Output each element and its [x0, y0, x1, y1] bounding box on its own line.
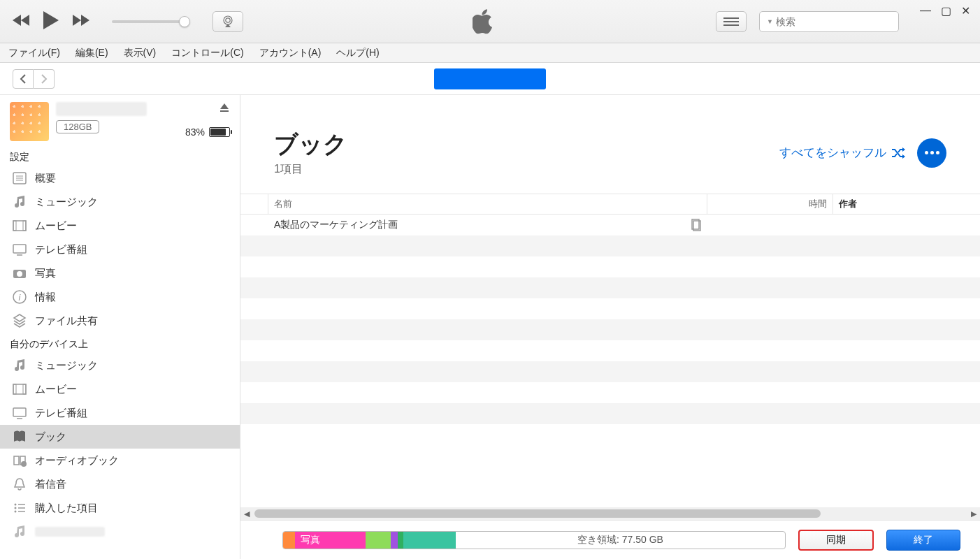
volume-knob[interactable] — [179, 16, 190, 27]
svg-text:i: i — [19, 292, 22, 303]
sidebar-item-info[interactable]: i情報 — [0, 285, 240, 309]
sidebar-item-label: 情報 — [35, 291, 56, 304]
sidebar-item-tv[interactable]: テレビ番組 — [0, 238, 240, 261]
chevron-down-icon: ▼ — [767, 18, 773, 25]
info-icon: i — [11, 289, 28, 305]
sidebar-item-device-tv[interactable]: テレビ番組 — [0, 401, 240, 425]
previous-icon[interactable] — [13, 14, 31, 29]
scrollbar-thumb[interactable] — [254, 509, 821, 518]
sidebar-item-filesharing[interactable]: ファイル共有 — [0, 309, 240, 333]
apple-logo — [250, 9, 716, 34]
menu-file[interactable]: ファイル(F) — [6, 45, 63, 61]
sidebar-item-label: ブック — [35, 430, 66, 444]
book-icon — [11, 428, 28, 445]
nav-bar — [0, 63, 980, 95]
sidebar-item-summary[interactable]: 概要 — [0, 166, 240, 190]
menu-edit[interactable]: 編集(E) — [73, 45, 111, 61]
sidebar-list[interactable]: 設定 概要 ミュージック ムービー テレビ番組 写真 i情報 ファイル共有 自分… — [0, 145, 240, 559]
sidebar-item-music[interactable]: ミュージック — [0, 190, 240, 214]
svg-point-14 — [17, 271, 22, 277]
sidebar-item-device-ringtones[interactable]: 着信音 — [0, 472, 240, 496]
play-icon[interactable] — [43, 11, 59, 31]
movie-icon — [11, 381, 28, 398]
sidebar: 128GB 83% 設定 概要 ミュージック ムービー テレビ番組 写真 i情報… — [0, 95, 240, 559]
device-tab[interactable] — [434, 68, 546, 89]
shuffle-all-link[interactable]: すべてをシャッフル — [779, 145, 906, 161]
sidebar-item-label: テレビ番組 — [35, 243, 87, 256]
document-icon — [685, 219, 707, 231]
sidebar-item-device-audiobooks[interactable]: オーディオブック — [0, 449, 240, 472]
minimize-icon[interactable]: — — [920, 4, 931, 17]
bell-icon — [11, 476, 28, 493]
table-row[interactable]: A製品のマーケティング計画 — [240, 215, 980, 235]
purchased-icon — [11, 500, 28, 516]
svg-rect-11 — [13, 245, 26, 253]
horizontal-scrollbar[interactable]: ◀ ▶ — [240, 507, 980, 520]
battery-percent-label: 83% — [185, 126, 205, 138]
close-icon[interactable]: ✕ — [961, 4, 970, 17]
svg-point-0 — [224, 16, 232, 24]
sidebar-item-label: テレビ番組 — [35, 407, 87, 420]
sidebar-item-movies[interactable]: ムービー — [0, 214, 240, 238]
storage-badge: 128GB — [56, 120, 99, 133]
maximize-icon[interactable]: ▢ — [941, 4, 951, 17]
search-input[interactable] — [776, 16, 898, 27]
menu-help[interactable]: ヘルプ(H) — [333, 45, 382, 61]
storage-free-label: 空き領域: 77.50 GB — [456, 532, 785, 549]
sidebar-item-label: 着信音 — [35, 478, 66, 491]
music-icon — [11, 194, 28, 210]
svg-point-25 — [15, 511, 17, 513]
sync-button[interactable]: 同期 — [798, 530, 874, 551]
search-box[interactable]: ▼ — [759, 11, 899, 32]
scroll-right-icon[interactable]: ▶ — [967, 509, 980, 518]
music-icon — [11, 523, 28, 540]
sidebar-item-device-books[interactable]: ブック — [0, 425, 240, 449]
shuffle-icon — [891, 147, 906, 159]
sidebar-section-settings: 設定 — [0, 145, 240, 166]
done-button[interactable]: 終了 — [886, 530, 960, 551]
menu-view[interactable]: 表示(V) — [121, 45, 159, 61]
svg-point-22 — [21, 461, 27, 467]
next-icon[interactable] — [71, 14, 89, 29]
battery-icon — [209, 127, 230, 137]
sidebar-item-label: ムービー — [35, 383, 77, 396]
forward-button[interactable] — [34, 69, 55, 89]
movie-icon — [11, 217, 28, 234]
content-header: ブック 1項目 すべてをシャッフル — [240, 95, 980, 194]
storage-seg-photos: 写真 — [295, 532, 366, 549]
menu-control[interactable]: コントロール(C) — [168, 45, 246, 61]
more-button[interactable] — [917, 138, 946, 168]
footer: 写真 空き領域: 77.50 GB 同期 終了 — [240, 520, 980, 559]
eject-button[interactable] — [219, 102, 230, 115]
svg-point-24 — [15, 507, 17, 509]
airplay-button[interactable] — [212, 11, 243, 32]
table-body: A製品のマーケティング計画 — [240, 215, 980, 507]
column-time[interactable]: 時間 — [707, 194, 833, 214]
back-button[interactable] — [13, 69, 34, 89]
column-name[interactable]: 名前 — [268, 194, 707, 214]
column-author[interactable]: 作者 — [833, 194, 980, 214]
sidebar-item-photos[interactable]: 写真 — [0, 261, 240, 285]
sidebar-item-device-movies[interactable]: ムービー — [0, 377, 240, 401]
sidebar-item-device-unknown[interactable] — [0, 520, 240, 544]
menu-account[interactable]: アカウント(A) — [257, 45, 324, 61]
sidebar-item-device-music[interactable]: ミュージック — [0, 354, 240, 377]
window-controls: — ▢ ✕ — [920, 0, 970, 17]
airplay-icon — [221, 15, 235, 28]
sidebar-item-label: ミュージック — [35, 196, 98, 209]
summary-icon — [11, 170, 28, 187]
table-header: 名前 時間 作者 — [240, 194, 980, 215]
mini-player-button[interactable] — [716, 11, 747, 32]
device-name-redacted — [56, 102, 147, 116]
storage-seg-apps — [366, 532, 391, 549]
storage-seg-docs — [398, 532, 403, 549]
svg-point-1 — [226, 17, 230, 22]
storage-seg-audio — [283, 532, 295, 549]
scroll-left-icon[interactable]: ◀ — [240, 509, 253, 518]
list-icon — [723, 17, 739, 26]
sidebar-item-device-purchased[interactable]: 購入した項目 — [0, 496, 240, 520]
volume-slider[interactable] — [112, 20, 189, 23]
sidebar-item-label: ムービー — [35, 219, 77, 233]
sidebar-item-label-redacted — [35, 527, 105, 537]
svg-rect-8 — [13, 221, 26, 231]
